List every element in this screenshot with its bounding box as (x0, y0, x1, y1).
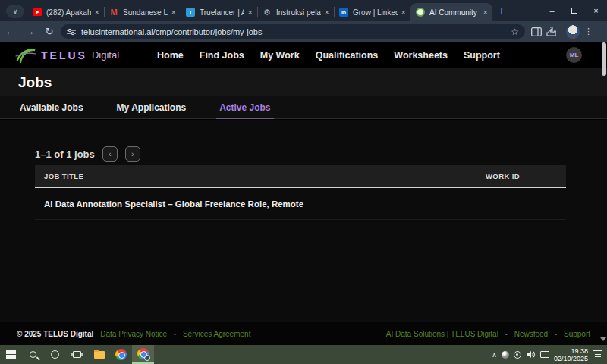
tab-active-jobs[interactable]: Active Jobs (219, 96, 270, 119)
page-title: Jobs (18, 74, 607, 91)
gmail-icon: M (109, 7, 119, 17)
footer-link-services-agreement[interactable]: Services Agreement (183, 330, 251, 338)
job-title-cell[interactable]: AI Data Annotation Specialist – Global F… (35, 199, 486, 209)
taskbar-search-button[interactable] (22, 345, 44, 364)
network-icon[interactable] (540, 351, 549, 358)
tab-title: Truelancer | Add P (200, 8, 244, 17)
tab-instruksi[interactable]: ⚙ Instruksi pelapora × (257, 3, 334, 21)
pagination-prev-button[interactable]: ‹ (102, 146, 118, 162)
toolbar-right: ⋮ (531, 25, 593, 39)
reload-icon[interactable]: ↻ (39, 26, 59, 37)
nav-find-jobs[interactable]: Find Jobs (200, 50, 244, 61)
maximize-button[interactable] (563, 6, 585, 15)
chrome-button[interactable] (110, 345, 132, 364)
chrome-icon (137, 348, 149, 359)
tray-status-icon[interactable] (514, 351, 521, 359)
minimize-button[interactable]: – (541, 6, 563, 15)
brand-suffix: Digital (92, 49, 119, 61)
file-explorer-button[interactable] (88, 345, 110, 364)
tab-my-applications[interactable]: My Applications (117, 96, 187, 119)
side-panel-icon[interactable] (531, 27, 542, 36)
clock-time: 19:38 (554, 347, 588, 355)
tab-available-jobs[interactable]: Available Jobs (20, 96, 83, 119)
pagination-label: 1–1 of 1 jobs (35, 149, 95, 160)
site-footer: © 2025 TELUS Digital Data Privacy Notice… (0, 322, 607, 345)
nav-home[interactable]: Home (157, 50, 184, 61)
footer-dot: • (174, 331, 176, 337)
footer-dot: • (505, 331, 508, 337)
taskbar-tray: ∧ 19:38 02/10/2025 (492, 347, 607, 362)
chrome-profile-badge (144, 355, 150, 361)
main-content: 1–1 of 1 jobs ‹ › JOB TITLE WORK ID AI D… (0, 120, 607, 322)
browser-tabstrip: ∨ (282) Apakah Kam × M Sundanese Linguis… (0, 0, 607, 21)
site-header: TELUS Digital Home Find Jobs My Work Qua… (0, 42, 607, 68)
tab-title: AI Community (429, 8, 480, 17)
table-header-row: JOB TITLE WORK ID (35, 165, 566, 188)
close-icon[interactable]: × (325, 8, 329, 17)
close-icon[interactable]: × (171, 8, 176, 17)
tab-title: Instruksi pelapora (276, 8, 321, 17)
chrome-active-button[interactable] (132, 345, 154, 364)
window-controls: – × (541, 0, 607, 21)
task-view-button[interactable] (66, 345, 88, 364)
scrollbar-down-arrow[interactable] (600, 337, 606, 341)
jobs-tab-bar: Available Jobs My Applications Active Jo… (0, 96, 607, 119)
extensions-puzzle-icon[interactable] (546, 27, 556, 36)
pagination-next-button[interactable]: › (125, 146, 140, 162)
scrollbar-thumb[interactable] (602, 42, 606, 76)
clock-date: 02/10/2025 (554, 355, 588, 362)
footer-link-newsfeed[interactable]: Newsfeed (514, 330, 548, 338)
footer-right: AI Data Solutions | TELUS Digital • News… (386, 330, 590, 338)
back-icon[interactable]: ← (0, 26, 20, 37)
user-avatar[interactable]: ML (566, 47, 582, 63)
volume-icon[interactable] (526, 350, 536, 359)
new-tab-button[interactable]: + (498, 5, 505, 17)
pagination: 1–1 of 1 jobs ‹ › (35, 146, 607, 162)
close-icon[interactable]: × (248, 8, 253, 17)
telus-digital-logo[interactable]: TELUS Digital (15, 47, 119, 64)
chrome-icon (115, 349, 127, 360)
nav-my-work[interactable]: My Work (260, 50, 300, 61)
browser-profile-avatar[interactable] (566, 25, 580, 39)
nav-worksheets[interactable]: Worksheets (394, 50, 448, 61)
tab-ai-community-active[interactable]: AI Community × (410, 3, 492, 21)
tab-gmail[interactable]: M Sundanese Linguis × (104, 3, 181, 21)
brand-name: TELUS (41, 49, 87, 61)
site-info-icon[interactable] (67, 28, 76, 36)
browser-menu-icon[interactable]: ⋮ (584, 27, 593, 36)
tab-search-button[interactable]: ∨ (6, 5, 24, 18)
footer-left: © 2025 TELUS Digital Data Privacy Notice… (17, 330, 250, 338)
nav-support[interactable]: Support (464, 50, 500, 61)
taskbar-left (0, 345, 154, 364)
nav-qualifications[interactable]: Qualifications (316, 50, 379, 61)
youtube-icon (32, 7, 42, 17)
main-nav: Home Find Jobs My Work Qualifications Wo… (157, 50, 500, 61)
close-window-button[interactable]: × (585, 6, 607, 15)
url-text[interactable]: telusinternational.ai/cmp/contributor/jo… (81, 27, 505, 36)
tab-youtube[interactable]: (282) Apakah Kam × (27, 3, 104, 21)
close-icon[interactable]: × (95, 8, 99, 17)
tab-linkedin[interactable]: in Grow | LinkedIn × (334, 3, 410, 21)
tab-truelancer[interactable]: T Truelancer | Add P × (181, 3, 257, 21)
cortana-button[interactable] (44, 345, 66, 364)
page-title-band: Jobs (0, 68, 607, 96)
telus-swirl-icon (15, 47, 38, 64)
forward-icon[interactable]: → (20, 26, 39, 37)
close-icon[interactable]: × (483, 8, 488, 17)
address-bar[interactable]: telusinternational.ai/cmp/contributor/jo… (61, 24, 525, 39)
action-center-icon[interactable] (593, 350, 602, 359)
tray-expand-icon[interactable]: ∧ (492, 351, 497, 359)
tray-app-icon[interactable] (502, 351, 509, 359)
footer-link-data-privacy[interactable]: Data Privacy Notice (100, 330, 167, 338)
start-button[interactable] (0, 345, 22, 364)
task-view-icon (73, 351, 81, 358)
bookmark-star-icon[interactable]: ☆ (511, 27, 519, 37)
taskbar-clock[interactable]: 19:38 02/10/2025 (554, 347, 588, 362)
footer-link-ai-data-solutions[interactable]: AI Data Solutions | TELUS Digital (386, 330, 498, 338)
linkedin-icon: in (338, 7, 349, 17)
copyright-text: © 2025 TELUS Digital (17, 330, 93, 338)
close-icon[interactable]: × (401, 8, 406, 17)
table-row[interactable]: AI Data Annotation Specialist – Global F… (35, 188, 566, 220)
windows-logo-icon (6, 350, 16, 359)
footer-link-support[interactable]: Support (564, 330, 590, 338)
